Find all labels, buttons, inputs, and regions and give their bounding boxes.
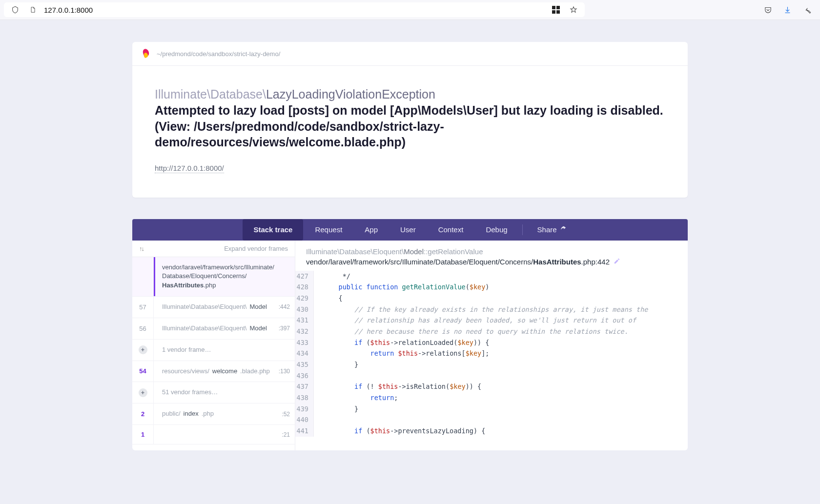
- frame-row[interactable]: 1:21: [132, 425, 295, 444]
- line-number: 439: [295, 403, 314, 415]
- line-number: 428: [295, 282, 314, 293]
- browser-toolbar: 127.0.0.1:8000: [0, 0, 820, 20]
- line-number: 429: [295, 293, 314, 304]
- line-number: 430: [295, 304, 314, 315]
- frame-row[interactable]: 54resources/views/welcome.blade.php:130: [132, 361, 295, 383]
- wrench-icon[interactable]: [800, 3, 813, 16]
- code-line: 434 return $this->relations[$key];: [295, 348, 688, 359]
- qr-icon[interactable]: [550, 3, 562, 16]
- line-code: public function getRelationValue($key): [314, 282, 489, 293]
- code-line: 429 {: [295, 293, 688, 304]
- frame-line-number: [275, 382, 295, 403]
- pocket-icon[interactable]: [761, 3, 774, 16]
- frame-label: Illuminate\Database\Eloquent\Model: [155, 297, 275, 318]
- line-code: [314, 414, 323, 425]
- line-number: 433: [295, 337, 314, 348]
- code-line: 441 if ($this->preventsLazyLoading) {: [295, 425, 688, 437]
- tab-user[interactable]: User: [390, 219, 427, 241]
- frame-row[interactable]: +1 vendor frame…: [132, 340, 295, 361]
- line-code: {: [314, 293, 343, 304]
- code-line: 427 */: [295, 271, 688, 282]
- line-number: 441: [295, 425, 314, 437]
- exception-namespace: Illuminate\Database\: [155, 87, 266, 101]
- expand-collapsed-icon[interactable]: +: [139, 388, 147, 397]
- frame-line-number: :52: [275, 403, 295, 424]
- frame-label: Illuminate\Database\Eloquent\Model: [155, 318, 275, 339]
- frame-row[interactable]: vendor/laravel/framework/src/Illuminate/…: [132, 257, 295, 297]
- download-icon[interactable]: [781, 3, 794, 16]
- request-url-link[interactable]: http://127.0.0.1:8000/: [155, 164, 224, 173]
- expand-vendor-frames[interactable]: Expand vendor frames: [224, 245, 288, 252]
- line-number: 436: [295, 370, 314, 382]
- line-code: }: [314, 403, 358, 415]
- frame-line-number: :21: [275, 425, 295, 444]
- frame-number: +: [132, 340, 154, 361]
- frame-row[interactable]: 57Illuminate\Database\Eloquent\Model:442: [132, 297, 295, 318]
- line-code: // relationship has already been loaded,…: [314, 315, 636, 326]
- address-bar[interactable]: 127.0.0.1:8000: [4, 2, 585, 17]
- page-icon: [26, 3, 39, 16]
- code-line: 437 if (! $this->isRelation($key)) {: [295, 381, 688, 392]
- line-code: if ($this->preventsLazyLoading) {: [314, 425, 485, 437]
- code-line: 430 // If the key already exists in the …: [295, 304, 688, 315]
- line-number: 432: [295, 326, 314, 337]
- shield-icon[interactable]: [9, 3, 21, 16]
- tab-debug[interactable]: Debug: [475, 219, 518, 241]
- frame-label: 51 vendor frames…: [155, 382, 275, 403]
- tab-app[interactable]: App: [354, 219, 389, 241]
- code-file-path: vendor/laravel/framework/src/Illuminate/…: [306, 258, 677, 266]
- code-line: 432 // here because there is no need to …: [295, 326, 688, 337]
- code-namespace: Illuminate\Database\Eloquent\Model::getR…: [306, 247, 677, 256]
- frame-label: public/index.php: [155, 403, 275, 424]
- line-code: if ($this->relationLoaded($key)) {: [314, 337, 489, 348]
- code-line: 438 return;: [295, 392, 688, 403]
- code-listing: 427 */428 public function getRelationVal…: [295, 271, 688, 437]
- bookmark-star-icon[interactable]: [567, 3, 580, 16]
- tab-request[interactable]: Request: [304, 219, 353, 241]
- exception-class: LazyLoadingViolationException: [266, 87, 435, 101]
- url-text: 127.0.0.1:8000: [44, 6, 545, 14]
- line-number: 437: [295, 381, 314, 392]
- frame-row[interactable]: +51 vendor frames…: [132, 382, 295, 403]
- frame-number: [132, 257, 154, 297]
- line-number: 427: [295, 271, 314, 282]
- line-number: 435: [295, 359, 314, 370]
- section-tabs: Stack traceRequestAppUserContextDebugSha…: [132, 219, 688, 241]
- line-code: return $this->relations[$key];: [314, 348, 489, 359]
- tab-context[interactable]: Context: [428, 219, 474, 241]
- edit-pencil-icon[interactable]: [614, 258, 620, 266]
- line-code: if (! $this->isRelation($key)) {: [314, 381, 481, 392]
- expand-collapsed-icon[interactable]: +: [139, 345, 147, 354]
- share-arrow-icon: [560, 225, 567, 234]
- line-number: 440: [295, 414, 314, 425]
- frame-line-number: [275, 340, 295, 361]
- code-line: 440: [295, 414, 688, 425]
- code-line: 439 }: [295, 403, 688, 415]
- frame-row[interactable]: 2public/index.php:52: [132, 403, 295, 425]
- line-number: 438: [295, 392, 314, 403]
- code-line: 431 // relationship has already been loa…: [295, 315, 688, 326]
- frame-number: 57: [132, 297, 154, 318]
- tab-share[interactable]: Share: [527, 219, 577, 241]
- frame-row[interactable]: 56Illuminate\Database\Eloquent\Model:397: [132, 318, 295, 340]
- line-number: 434: [295, 348, 314, 359]
- frame-number: 2: [132, 403, 154, 424]
- frame-label: vendor/laravel/framework/src/Illuminate/…: [155, 257, 279, 297]
- frame-number: 56: [132, 318, 154, 339]
- line-code: return;: [314, 392, 398, 403]
- line-code: // here because there is no need to quer…: [314, 326, 628, 337]
- frame-sort-arrows[interactable]: ↑↓: [139, 245, 144, 252]
- code-line: 428 public function getRelationValue($ke…: [295, 282, 688, 293]
- frame-line-number: :130: [275, 361, 295, 382]
- frame-number: 1: [132, 425, 154, 444]
- frame-label: 1 vendor frame…: [155, 340, 275, 361]
- line-number: 431: [295, 315, 314, 326]
- tab-stack-trace[interactable]: Stack trace: [243, 219, 303, 241]
- line-code: }: [314, 359, 358, 370]
- frames-column: ↑↓ Expand vendor frames vendor/laravel/f…: [132, 241, 295, 450]
- code-column: Illuminate\Database\Eloquent\Model::getR…: [295, 241, 688, 450]
- stack-trace-panel: ↑↓ Expand vendor frames vendor/laravel/f…: [132, 241, 688, 450]
- frame-number: 54: [132, 361, 154, 382]
- frame-label: [155, 425, 275, 444]
- exception-card: ~/predmond/code/sandbox/strict-lazy-demo…: [132, 42, 688, 198]
